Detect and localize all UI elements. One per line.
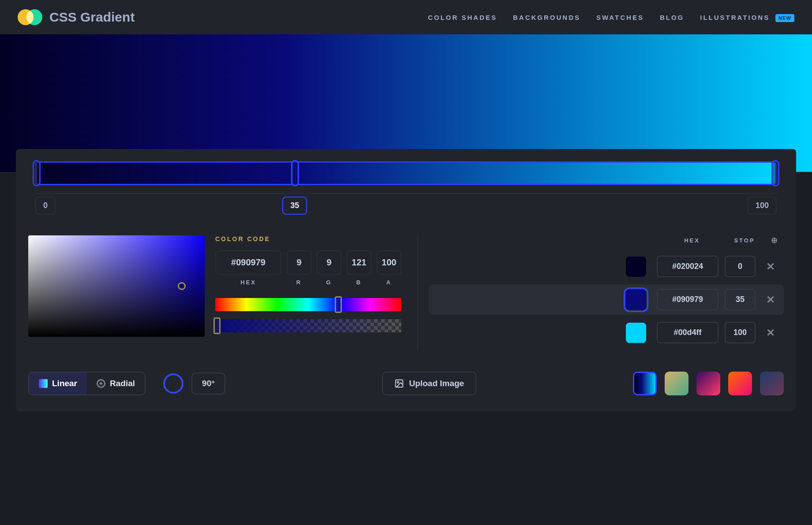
hue-slider[interactable] [215,298,401,311]
nav: COLOR SHADES BACKGROUNDS SWATCHES BLOG I… [428,14,794,21]
slider-track [35,161,777,185]
delete-stop-2[interactable]: ✕ [762,327,779,339]
g-input[interactable]: 9 [317,250,341,275]
stop-swatch-1[interactable] [626,290,646,310]
stop-pos-2[interactable]: 100 [725,322,756,343]
slider-fill [37,163,775,184]
hex-input[interactable]: #090979 [215,250,281,275]
stop-handle-2[interactable] [771,160,779,186]
stop-row-2[interactable]: #00d4ff 100 ✕ [429,317,784,348]
hue-handle[interactable] [335,296,342,313]
stop-position-0[interactable]: 0 [35,197,56,215]
brand-title: CSS Gradient [49,10,135,25]
stop-hex-0[interactable]: #020024 [657,256,718,277]
angle-control: 90° [163,372,225,395]
stops-header-hex: HEX [661,237,723,244]
editor-panel: 0 35 100 COLOR CODE #090979 9 9 121 100 … [16,149,796,411]
toolbar: Linear Radial 90° Upload Image [28,372,784,395]
a-input[interactable]: 100 [377,250,401,275]
stop-hex-2[interactable]: #00d4ff [657,322,718,343]
svg-point-1 [397,381,399,383]
preset-3[interactable] [696,372,720,395]
stop-position-1[interactable]: 35 [282,197,307,215]
delete-stop-1[interactable]: ✕ [762,294,779,306]
stop-row-0[interactable]: #020024 0 ✕ [429,251,784,282]
picker-cursor-icon[interactable] [178,282,186,290]
linear-icon [39,379,48,388]
preset-5[interactable] [760,372,784,395]
header: CSS Gradient COLOR SHADES BACKGROUNDS SW… [0,0,812,34]
nav-swatches[interactable]: SWATCHES [596,14,644,21]
color-code-labels: HEX R G B A [215,279,401,286]
angle-input[interactable]: 90° [191,372,225,395]
brand[interactable]: CSS Gradient [18,9,135,25]
r-input[interactable]: 9 [287,250,311,275]
color-picker-col [28,235,205,350]
alpha-slider[interactable] [215,319,401,332]
angle-dial[interactable] [163,373,183,394]
add-stop-button[interactable]: ⊕ [766,235,784,245]
linear-label: Linear [52,379,77,388]
a-label: A [377,279,401,286]
preset-swatches [633,372,784,395]
upload-label: Upload Image [409,379,464,388]
radial-label: Radial [110,379,135,388]
gradient-type-toggle: Linear Radial [28,372,146,395]
r-label: R [287,279,311,286]
nav-blog[interactable]: BLOG [660,14,684,21]
saturation-value-picker[interactable] [28,235,205,337]
b-input[interactable]: 121 [347,250,371,275]
stop-pos-1[interactable]: 35 [725,289,756,310]
linear-button[interactable]: Linear [29,372,87,395]
preset-1[interactable] [633,372,657,395]
stops-col: . HEX STOP ⊕ #020024 0 ✕ #090979 35 ✕ #0… [429,235,784,350]
preset-4[interactable] [728,372,752,395]
new-badge: NEW [775,14,794,22]
gradient-stop-slider[interactable] [35,161,777,185]
stop-swatch-2[interactable] [626,323,646,343]
hex-label: HEX [215,279,281,286]
delete-stop-0[interactable]: ✕ [762,261,779,273]
g-label: G [317,279,341,286]
stop-handle-0[interactable] [33,160,41,186]
color-code-inputs: #090979 9 9 121 100 [215,250,401,275]
b-label: B [347,279,371,286]
stops-header: . HEX STOP ⊕ [429,235,784,245]
stop-swatch-0[interactable] [626,257,646,277]
nav-backgrounds[interactable]: BACKGROUNDS [513,14,580,21]
stop-pos-0[interactable]: 0 [725,256,756,277]
upload-image-button[interactable]: Upload Image [382,372,477,395]
stop-handle-1[interactable] [291,160,299,186]
color-code-heading: COLOR CODE [215,235,401,242]
stop-row-1[interactable]: #090979 35 ✕ [429,284,784,315]
logo-icon [18,9,42,25]
nav-illustrations[interactable]: ILLUSTRATIONS NEW [700,14,794,21]
nav-illustrations-label: ILLUSTRATIONS [700,14,770,21]
radial-button[interactable]: Radial [87,372,145,395]
image-icon [394,379,404,388]
alpha-handle[interactable] [213,317,221,334]
preset-2[interactable] [665,372,689,395]
stops-header-stop: STOP [729,237,760,244]
radial-icon [97,379,105,388]
stop-position-2[interactable]: 100 [748,197,777,215]
nav-color-shades[interactable]: COLOR SHADES [428,14,497,21]
color-code-col: COLOR CODE #090979 9 9 121 100 HEX R G B… [215,235,418,350]
workspace: COLOR CODE #090979 9 9 121 100 HEX R G B… [28,235,784,350]
stop-position-row: 0 35 100 [35,193,777,220]
stop-hex-1[interactable]: #090979 [657,289,718,310]
